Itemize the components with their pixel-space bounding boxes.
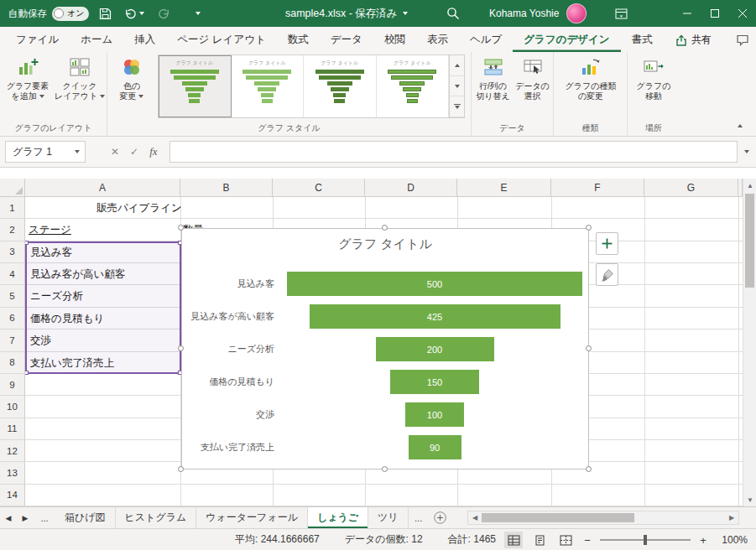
row-header[interactable]: 4 (0, 263, 25, 285)
tab-help[interactable]: ヘルプ (459, 27, 513, 52)
collapse-ribbon-button[interactable] (733, 119, 748, 132)
cell-a6[interactable]: 価格の見積もり (30, 308, 104, 329)
funnel-bar[interactable]: 425 (310, 304, 560, 329)
sheet-tab-tsuri[interactable]: ツリ (368, 507, 409, 528)
funnel-bar[interactable]: 200 (376, 337, 494, 361)
vertical-scrollbar[interactable]: ▲ ▼ (743, 179, 756, 506)
scroll-left-button[interactable]: ◀ (468, 511, 482, 524)
sheet-tab-shougo-active[interactable]: しょうご (308, 507, 368, 528)
quick-access-menu-button[interactable] (188, 0, 208, 27)
sheet-nav-right[interactable]: ▶ (17, 507, 34, 528)
change-chart-type-button[interactable]: グラフの種類の変更 (557, 55, 624, 101)
chart-elements-button[interactable] (596, 232, 618, 255)
chart-resize-handle[interactable] (178, 466, 184, 472)
column-header-d[interactable]: D (365, 179, 457, 197)
funnel-bar[interactable]: 90 (409, 435, 461, 459)
select-all-corner[interactable] (0, 179, 25, 197)
scroll-up-button[interactable]: ▲ (743, 179, 756, 192)
zoom-slider[interactable] (600, 539, 691, 541)
tab-home[interactable]: ホーム (70, 27, 123, 52)
chart-resize-handle[interactable] (382, 466, 388, 472)
row-header[interactable]: 3 (0, 241, 25, 263)
autosave-pill[interactable]: オン (52, 7, 89, 21)
row-header[interactable]: 2 (0, 219, 25, 241)
chart-area[interactable]: グラフ タイトル 見込み客500見込み客が高い顧客425ニーズ分析200価格の見… (181, 228, 589, 470)
redo-button[interactable] (153, 0, 175, 27)
comments-button[interactable] (736, 30, 749, 49)
cell-a1[interactable]: 販売パイプライン (96, 197, 182, 219)
range-handle[interactable] (25, 371, 29, 375)
funnel-bar[interactable]: 500 (287, 272, 582, 296)
row-header[interactable]: 8 (0, 352, 25, 374)
column-header-g[interactable]: G (644, 179, 738, 197)
minimize-button[interactable] (673, 0, 701, 27)
share-button[interactable]: 共有 (668, 30, 719, 49)
cell-a5[interactable]: ニーズ分析 (30, 285, 83, 307)
row-header[interactable]: 14 (0, 485, 25, 506)
horizontal-scroll-thumb[interactable] (482, 513, 634, 522)
row-header[interactable]: 5 (0, 285, 25, 307)
select-data-button[interactable]: データの選択 (514, 55, 551, 101)
row-header[interactable]: 7 (0, 329, 25, 351)
chart-style-option-2[interactable]: グラフ タイトル (232, 55, 305, 117)
row-header[interactable]: 13 (0, 462, 25, 484)
sheet-nav-left[interactable]: ◀ (0, 507, 17, 528)
row-header[interactable]: 11 (0, 418, 25, 440)
scroll-down-button[interactable]: ▼ (743, 493, 756, 506)
tab-page-layout[interactable]: ページ レイアウト (166, 27, 277, 52)
column-header-f[interactable]: F (551, 179, 644, 197)
zoom-slider-thumb[interactable] (644, 535, 647, 545)
move-chart-button[interactable]: グラフの移動 (630, 55, 677, 101)
chart-resize-handle[interactable] (178, 345, 184, 351)
column-header-e[interactable]: E (457, 179, 551, 197)
cell-a8[interactable]: 支払い完了済売上 (30, 352, 114, 374)
normal-view-button[interactable] (504, 532, 523, 548)
chart-resize-handle[interactable] (586, 345, 592, 351)
tab-insert[interactable]: 挿入 (123, 27, 166, 52)
new-sheet-button[interactable] (429, 507, 452, 528)
row-header[interactable]: 10 (0, 396, 25, 418)
column-header-c[interactable]: C (273, 179, 365, 197)
gallery-scroll-up[interactable] (450, 55, 464, 76)
scroll-right-button[interactable]: ▶ (725, 511, 738, 524)
tab-format[interactable]: 書式 (621, 27, 664, 52)
row-header[interactable]: 12 (0, 440, 25, 462)
zoom-level[interactable]: 100% (716, 534, 748, 546)
column-header-b[interactable]: B (180, 179, 273, 197)
quick-layout-button[interactable]: クイックレイアウト (54, 55, 106, 101)
change-colors-button[interactable]: 色の変更 (109, 55, 154, 101)
formula-input[interactable] (169, 141, 738, 163)
tab-file[interactable]: ファイル (5, 27, 70, 52)
insert-function-button[interactable]: fx (149, 145, 157, 158)
sheet-overflow-right[interactable]: ... (409, 507, 429, 528)
gallery-more-button[interactable] (450, 96, 464, 117)
name-box[interactable]: グラフ 1 (5, 141, 86, 163)
save-button[interactable] (94, 0, 116, 27)
row-header[interactable]: 9 (0, 374, 25, 396)
page-layout-view-button[interactable] (530, 532, 549, 548)
autosave-toggle[interactable]: 自動保存 オン (8, 0, 89, 27)
horizontal-scrollbar[interactable]: ◀ ▶ (467, 511, 739, 525)
chart-resize-handle[interactable] (586, 225, 592, 231)
ribbon-display-options-button[interactable] (609, 0, 633, 27)
sheet-overflow-left[interactable]: ... (34, 507, 55, 528)
funnel-bar[interactable]: 150 (390, 370, 479, 394)
sheet-tab-hakohige[interactable]: 箱ひげ図 (55, 507, 116, 528)
formula-bar-expand-button[interactable] (738, 141, 756, 163)
tab-formulas[interactable]: 数式 (277, 27, 320, 52)
search-button[interactable] (441, 0, 465, 27)
sheet-tab-waterfall[interactable]: ウォーターフォール (196, 507, 308, 528)
cell-a4[interactable]: 見込み客が高い顧客 (30, 263, 125, 285)
cell-a7[interactable]: 交渉 (30, 329, 51, 351)
chart-style-option-4[interactable]: グラフ タイトル (377, 55, 450, 117)
zoom-in-button[interactable]: + (698, 534, 708, 547)
tab-review[interactable]: 校閲 (373, 27, 416, 52)
row-header[interactable]: 6 (0, 308, 25, 329)
maximize-button[interactable] (701, 0, 728, 27)
chart-title[interactable]: グラフ タイトル (182, 236, 588, 252)
chart-resize-handle[interactable] (586, 466, 592, 472)
sheet-tab-histogram[interactable]: ヒストグラム (116, 507, 197, 528)
chart-style-option-1[interactable]: グラフ タイトル (159, 55, 232, 117)
page-break-view-button[interactable] (556, 532, 575, 548)
funnel-bar[interactable]: 100 (405, 402, 464, 427)
